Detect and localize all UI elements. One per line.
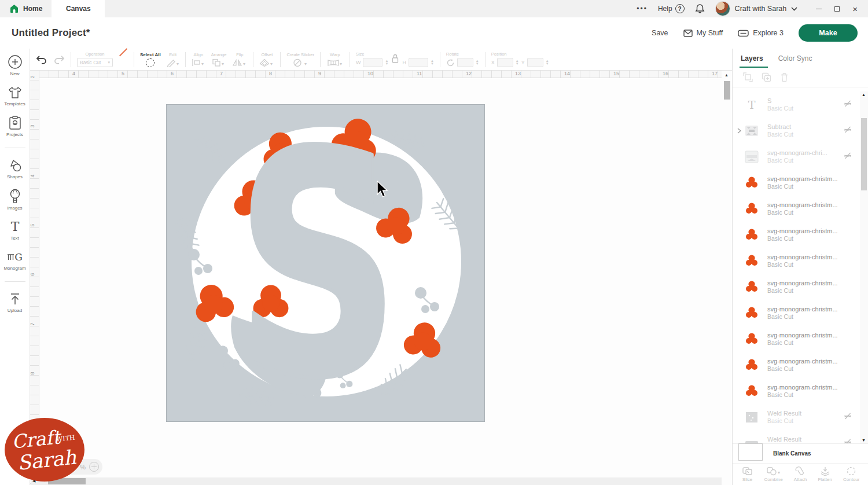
- flatten-button[interactable]: Flatten: [818, 466, 832, 482]
- delete-icon[interactable]: [780, 72, 789, 82]
- select-all-button[interactable]: Select All: [140, 52, 161, 67]
- sidebar-item-text[interactable]: T Text: [0, 220, 30, 241]
- new-icon: [8, 54, 23, 69]
- svg-text:▾: ▾: [304, 61, 307, 67]
- operation-dropdown[interactable]: Basic Cut▾: [77, 58, 113, 67]
- position-y-stepper[interactable]: ▲▼: [546, 60, 549, 65]
- height-stepper[interactable]: ▲▼: [431, 60, 434, 65]
- position-x-input[interactable]: [497, 58, 513, 67]
- sidebar-item-monogram[interactable]: G Monogram: [0, 250, 30, 271]
- layer-row[interactable]: svg-monogram-christm...Basic Cut: [733, 352, 860, 378]
- create-sticker-menu[interactable]: Create Sticker ▾: [286, 52, 314, 67]
- canvas-area[interactable]: 4567891011121314151617 2345678: [30, 71, 732, 485]
- group-icon[interactable]: [743, 72, 753, 82]
- zoom-in-button[interactable]: [89, 462, 99, 472]
- layer-row[interactable]: svg-monogram-christm...Basic Cut: [733, 248, 860, 274]
- layers-scroll-down-icon[interactable]: ▼: [862, 438, 866, 442]
- vertical-scroll-thumb[interactable]: [724, 81, 730, 100]
- window-close-button[interactable]: ×: [852, 5, 858, 13]
- visibility-off-icon[interactable]: [843, 125, 852, 137]
- layer-operation: Basic Cut: [767, 209, 860, 216]
- my-stuff-button[interactable]: My Stuff: [683, 29, 723, 37]
- position-x-stepper[interactable]: ▲▼: [516, 60, 519, 65]
- layer-row[interactable]: svg-monogram-christm...Basic Cut: [733, 222, 860, 248]
- tab-home[interactable]: Home: [0, 0, 52, 17]
- layer-row[interactable]: svg-monogram-christm...Basic Cut: [733, 300, 860, 326]
- warp-menu[interactable]: Warp ▾: [326, 52, 344, 67]
- scroll-up-arrow-icon[interactable]: ▲: [724, 73, 729, 77]
- overflow-menu-icon[interactable]: •••: [637, 5, 648, 13]
- offset-menu[interactable]: Offset ▾: [259, 52, 274, 67]
- layer-row[interactable]: svg-monogram-christm...Basic Cut: [733, 378, 860, 404]
- mouse-cursor: [376, 181, 389, 198]
- rotate-input[interactable]: [457, 58, 473, 67]
- layer-thumbnail: [743, 410, 760, 425]
- arrange-menu[interactable]: Arrange ▾: [211, 52, 227, 67]
- edit-menu[interactable]: Edit ▾: [167, 52, 179, 67]
- rotate-stepper[interactable]: ▲▼: [476, 60, 479, 65]
- svg-text:▾: ▾: [201, 61, 204, 67]
- sidebar-item-upload[interactable]: Upload: [0, 292, 30, 313]
- canvas-horizontal-scrollbar[interactable]: ◀: [31, 477, 722, 485]
- flip-menu[interactable]: Flip ▾: [232, 52, 247, 67]
- layer-operation: Basic Cut: [767, 183, 860, 190]
- align-menu[interactable]: Align ▾: [192, 52, 205, 67]
- monogram-wreath-design[interactable]: S: [166, 104, 485, 422]
- layer-row[interactable]: Weld ResultBasic Cut: [733, 404, 860, 430]
- project-title: Untitled Project*: [0, 27, 90, 39]
- color-swatch[interactable]: [119, 55, 128, 64]
- visibility-off-icon[interactable]: [843, 411, 852, 423]
- visibility-off-icon[interactable]: [843, 438, 852, 444]
- layer-row[interactable]: svg-monogram-christm...Basic Cut: [733, 274, 860, 300]
- sidebar-item-shapes[interactable]: Shapes: [0, 159, 30, 179]
- window-minimize-button[interactable]: [816, 9, 822, 9]
- help-button[interactable]: Help ?: [658, 4, 685, 13]
- width-input[interactable]: [363, 58, 382, 67]
- redo-icon[interactable]: [53, 55, 65, 64]
- visibility-off-icon[interactable]: [843, 99, 852, 111]
- notifications-bell-icon[interactable]: [695, 3, 705, 14]
- layer-row[interactable]: svg-monogram-christm...Basic Cut: [733, 196, 860, 222]
- layers-scroll-thumb[interactable]: [861, 118, 867, 190]
- save-button[interactable]: Save: [652, 29, 668, 37]
- layers-scrollbar[interactable]: ▲ ▼: [860, 91, 868, 443]
- layer-operation: Basic Cut: [767, 105, 843, 112]
- combine-button[interactable]: ▾ Combine: [764, 466, 783, 482]
- canvas-color-swatch[interactable]: [738, 443, 763, 461]
- sidebar-item-images[interactable]: Images: [0, 189, 30, 211]
- tshirt-icon: [8, 86, 23, 100]
- avatar: [715, 1, 730, 16]
- slice-button[interactable]: Slice: [742, 466, 753, 482]
- layer-name: svg-monogram-christm...: [767, 227, 860, 234]
- layer-row[interactable]: svg-monogram-christm...Basic Cut: [733, 326, 860, 352]
- layer-row[interactable]: svg-monogram-chri...Basic Cut: [733, 144, 860, 170]
- layer-row[interactable]: TSBasic Cut: [733, 91, 860, 117]
- contour-button[interactable]: Contour: [843, 466, 859, 482]
- position-y-input[interactable]: [527, 58, 543, 67]
- account-menu[interactable]: Craft with Sarah: [715, 1, 798, 16]
- canvas-vertical-scrollbar[interactable]: ▲: [723, 72, 731, 484]
- sidebar-item-projects[interactable]: Projects: [0, 116, 30, 137]
- tab-canvas[interactable]: Canvas: [52, 0, 105, 17]
- undo-icon[interactable]: [36, 55, 47, 64]
- duplicate-icon[interactable]: [762, 72, 771, 82]
- lock-icon[interactable]: [392, 52, 399, 65]
- layer-row[interactable]: SubtractBasic Cut: [733, 117, 860, 144]
- expand-chevron-icon[interactable]: [735, 128, 743, 134]
- layer-row[interactable]: svg-monogram-christm...Basic Cut: [733, 170, 860, 196]
- tab-color-sync[interactable]: Color Sync: [778, 49, 812, 68]
- layer-row[interactable]: Weld ResultBasic Cut: [733, 430, 860, 443]
- make-button[interactable]: Make: [799, 24, 858, 42]
- width-stepper[interactable]: ▲▼: [385, 60, 388, 65]
- attach-button[interactable]: Attach: [794, 466, 807, 482]
- sidebar-item-templates[interactable]: Templates: [0, 86, 30, 106]
- sidebar-item-new[interactable]: New: [0, 54, 30, 76]
- machine-select-button[interactable]: Explore 3: [738, 29, 784, 37]
- pencil-icon: ▾: [167, 58, 179, 67]
- blank-canvas-row[interactable]: Blank Canvas: [733, 443, 868, 463]
- height-input[interactable]: [409, 58, 428, 67]
- window-maximize-button[interactable]: [834, 6, 840, 12]
- visibility-off-icon[interactable]: [843, 151, 852, 163]
- layers-scroll-up-icon[interactable]: ▲: [862, 93, 866, 97]
- tab-layers[interactable]: Layers: [741, 49, 763, 68]
